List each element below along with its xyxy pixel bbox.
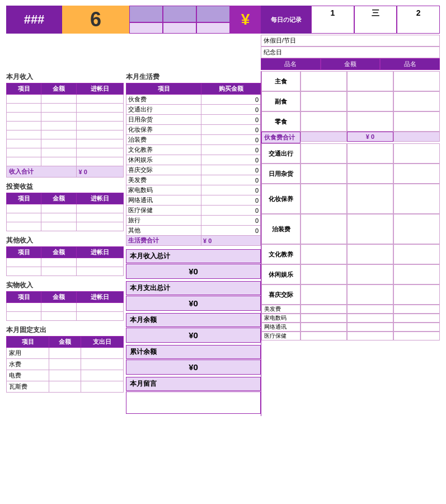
electronics-label: 家电数码 [261,314,301,323]
income-row[interactable] [7,157,124,166]
living-summary-value: ¥ 0 [201,236,261,246]
investment-row[interactable] [7,213,124,222]
leisure-label: 休闲娱乐 [261,264,301,284]
living-expense-row[interactable]: 日用杂货0 [126,115,261,125]
fixed-header-item: 项目 [7,337,49,348]
income-row[interactable] [7,122,124,130]
cosmetics-cell1[interactable] [301,184,347,214]
culture-cell1[interactable] [301,244,347,264]
income-row[interactable] [7,139,124,148]
living-expense-row[interactable]: 化妆保养0 [126,125,261,135]
income-title: 本月收入 [6,71,124,83]
snack-cell1[interactable] [301,111,347,132]
living-expense-row[interactable]: 交通出行0 [126,105,261,115]
living-header-item: 项目 [126,83,201,95]
cumulative-value: ¥0 [126,360,261,375]
cosmetics-label: 化妆保养 [261,184,301,214]
beauty-cell1[interactable] [301,305,347,314]
electronics-cell1[interactable] [301,314,347,323]
income-total-value: ¥0 [126,264,261,279]
investment-row[interactable] [7,222,124,231]
medical-cell2[interactable] [347,332,393,340]
food-main-cell3[interactable] [393,71,440,91]
network-cell3[interactable] [393,323,440,332]
snack-cell2[interactable] [347,111,393,132]
clothing-cell2[interactable] [347,214,393,244]
clothing-cell1[interactable] [301,214,347,244]
fixed-expense-row[interactable]: 电费 [7,370,124,381]
food-sum-value: ¥ 0 [347,132,393,142]
living-expense-row[interactable]: 家电数码0 [126,185,261,195]
food-main-cell2[interactable] [347,71,393,91]
celebration-cell3[interactable] [393,284,440,305]
living-expense-row[interactable]: 休闲娱乐0 [126,155,261,165]
leisure-cell3[interactable] [393,264,440,284]
living-expense-title: 本月生活费 [126,71,261,83]
food-side-cell1[interactable] [301,91,347,111]
income-summary-label: 收入合计 [7,166,77,178]
food-side-cell3[interactable] [393,91,440,111]
fixed-expense-title: 本月固定支出 [6,324,124,336]
living-expense-row[interactable]: 美发费0 [126,175,261,185]
transport-cell3[interactable] [393,143,440,164]
other-income-row[interactable] [7,267,124,276]
living-expense-row[interactable]: 文化教养0 [126,145,261,155]
header-number: 6 [62,6,129,34]
daily-record-label: 每日の记录 [261,6,311,34]
food-sum-cell3 [393,132,440,142]
fixed-expense-row[interactable]: 瓦斯费 [7,381,124,393]
header-bottom-1 [129,22,163,34]
memorial-label: 纪念日 [264,48,282,57]
daily-goods-cell2[interactable] [347,164,393,184]
leisure-cell2[interactable] [347,264,393,284]
living-expense-row[interactable]: 喜庆交际0 [126,165,261,175]
medical-label: 医疗保健 [261,332,301,340]
medical-cell3[interactable] [393,332,440,340]
celebration-cell1[interactable] [301,284,347,305]
electronics-cell2[interactable] [347,314,393,323]
income-row[interactable] [7,113,124,122]
right-col-header-3: 品名 [380,58,440,70]
cosmetics-cell2[interactable] [347,184,393,214]
culture-cell2[interactable] [347,244,393,264]
daily-goods-cell3[interactable] [393,164,440,184]
leisure-cell1[interactable] [301,264,347,284]
note-value[interactable] [126,391,261,414]
other-income-row[interactable] [7,258,124,267]
income-row[interactable] [7,148,124,157]
living-expense-row[interactable]: 网络通讯0 [126,195,261,206]
investment-row[interactable] [7,204,124,213]
living-expense-row[interactable]: 伙食费0 [126,95,261,105]
clothing-cell3[interactable] [393,214,440,244]
medical-cell1[interactable] [301,332,347,340]
culture-cell3[interactable] [393,244,440,264]
daily-goods-cell1[interactable] [301,164,347,184]
other-header-amount: 金额 [41,247,76,258]
network-cell1[interactable] [301,323,347,332]
celebration-cell2[interactable] [347,284,393,305]
header-bottom-2 [163,22,196,34]
living-expense-row[interactable]: 医疗保健0 [126,206,261,216]
living-expense-row[interactable]: 旅行0 [126,216,261,226]
transport-cell1[interactable] [301,143,347,164]
food-main-cell1[interactable] [301,71,347,91]
real-income-row[interactable] [7,312,124,321]
real-income-row[interactable] [7,303,124,312]
beauty-cell3[interactable] [393,305,440,314]
living-expense-row[interactable]: 治装费0 [126,135,261,145]
fixed-expense-row[interactable]: 水费 [7,359,124,370]
memorial-row: 纪念日 [261,46,440,58]
electronics-cell3[interactable] [393,314,440,323]
food-side-cell2[interactable] [347,91,393,111]
income-header-date: 进帐日 [76,83,123,95]
income-row[interactable] [7,130,124,139]
income-row[interactable] [7,104,124,113]
transport-cell2[interactable] [347,143,393,164]
fixed-expense-row[interactable]: 家用 [7,348,124,359]
cosmetics-cell3[interactable] [393,184,440,214]
income-row[interactable] [7,95,124,104]
beauty-cell2[interactable] [347,305,393,314]
network-cell2[interactable] [347,323,393,332]
snack-cell3[interactable] [393,111,440,132]
living-expense-row[interactable]: 其他0 [126,226,261,236]
